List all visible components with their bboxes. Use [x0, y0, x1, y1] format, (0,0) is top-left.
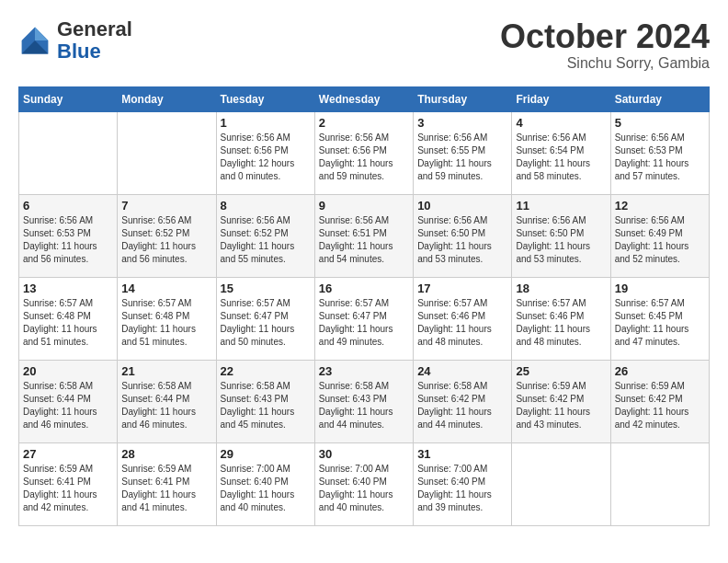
month-title: October 2024 — [500, 18, 710, 55]
day-number: 15 — [221, 282, 311, 295]
calendar-week-row: 20Sunrise: 6:58 AM Sunset: 6:44 PM Dayli… — [19, 360, 710, 442]
calendar-cell: 12Sunrise: 6:56 AM Sunset: 6:49 PM Dayli… — [610, 194, 709, 277]
logo-blue: Blue — [57, 40, 101, 63]
day-number: 18 — [516, 282, 606, 295]
day-info: Sunrise: 6:56 AM Sunset: 6:50 PM Dayligh… — [417, 214, 507, 266]
day-info: Sunrise: 6:58 AM Sunset: 6:43 PM Dayligh… — [221, 380, 311, 431]
day-number: 1 — [221, 116, 311, 130]
calendar-cell — [610, 442, 709, 525]
day-info: Sunrise: 6:58 AM Sunset: 6:44 PM Dayligh… — [23, 380, 113, 431]
day-info: Sunrise: 6:56 AM Sunset: 6:51 PM Dayligh… — [319, 214, 409, 266]
day-info: Sunrise: 6:56 AM Sunset: 6:52 PM Dayligh… — [121, 214, 211, 266]
day-number: 19 — [615, 282, 705, 295]
day-info: Sunrise: 6:56 AM Sunset: 6:56 PM Dayligh… — [221, 132, 311, 183]
calendar-cell: 15Sunrise: 6:57 AM Sunset: 6:47 PM Dayli… — [216, 277, 314, 360]
calendar-cell: 29Sunrise: 7:00 AM Sunset: 6:40 PM Dayli… — [216, 442, 314, 525]
day-info: Sunrise: 7:00 AM Sunset: 6:40 PM Dayligh… — [221, 463, 311, 514]
calendar-cell — [118, 111, 216, 194]
day-info: Sunrise: 6:58 AM Sunset: 6:44 PM Dayligh… — [121, 380, 211, 431]
day-info: Sunrise: 6:56 AM Sunset: 6:49 PM Dayligh… — [615, 214, 705, 266]
day-number: 4 — [516, 116, 606, 130]
day-info: Sunrise: 6:56 AM Sunset: 6:54 PM Dayligh… — [516, 132, 606, 183]
day-number: 13 — [23, 282, 113, 295]
calendar-cell: 27Sunrise: 6:59 AM Sunset: 6:41 PM Dayli… — [19, 442, 118, 525]
logo-icon — [18, 24, 51, 57]
day-number: 29 — [221, 447, 311, 461]
calendar-cell: 4Sunrise: 6:56 AM Sunset: 6:54 PM Daylig… — [512, 111, 610, 194]
logo-general: General — [57, 17, 132, 40]
day-info: Sunrise: 6:57 AM Sunset: 6:45 PM Dayligh… — [615, 297, 705, 349]
day-number: 28 — [121, 447, 211, 461]
calendar-cell: 3Sunrise: 6:56 AM Sunset: 6:55 PM Daylig… — [414, 111, 512, 194]
calendar-week-row: 13Sunrise: 6:57 AM Sunset: 6:48 PM Dayli… — [19, 277, 710, 360]
day-info: Sunrise: 7:00 AM Sunset: 6:40 PM Dayligh… — [417, 463, 507, 514]
weekday-header: Wednesday — [314, 86, 413, 111]
day-info: Sunrise: 7:00 AM Sunset: 6:40 PM Dayligh… — [319, 463, 409, 514]
calendar-cell: 23Sunrise: 6:58 AM Sunset: 6:43 PM Dayli… — [314, 360, 413, 442]
calendar-table: SundayMondayTuesdayWednesdayThursdayFrid… — [18, 86, 710, 526]
calendar-week-row: 6Sunrise: 6:56 AM Sunset: 6:53 PM Daylig… — [19, 194, 710, 277]
day-number: 31 — [417, 447, 507, 461]
weekday-header: Sunday — [19, 86, 118, 111]
calendar-cell: 7Sunrise: 6:56 AM Sunset: 6:52 PM Daylig… — [118, 194, 216, 277]
calendar-cell: 16Sunrise: 6:57 AM Sunset: 6:47 PM Dayli… — [314, 277, 413, 360]
day-number: 16 — [319, 282, 409, 295]
calendar-cell: 19Sunrise: 6:57 AM Sunset: 6:45 PM Dayli… — [610, 277, 709, 360]
weekday-header: Tuesday — [216, 86, 314, 111]
calendar-cell: 18Sunrise: 6:57 AM Sunset: 6:46 PM Dayli… — [512, 277, 610, 360]
day-info: Sunrise: 6:58 AM Sunset: 6:43 PM Dayligh… — [319, 380, 409, 431]
calendar-header: SundayMondayTuesdayWednesdayThursdayFrid… — [19, 86, 710, 111]
weekday-header: Thursday — [414, 86, 512, 111]
location-subtitle: Sinchu Sorry, Gambia — [500, 55, 710, 72]
calendar-cell: 31Sunrise: 7:00 AM Sunset: 6:40 PM Dayli… — [414, 442, 512, 525]
day-number: 22 — [221, 364, 311, 378]
calendar-cell: 30Sunrise: 7:00 AM Sunset: 6:40 PM Dayli… — [314, 442, 413, 525]
calendar-cell: 28Sunrise: 6:59 AM Sunset: 6:41 PM Dayli… — [118, 442, 216, 525]
calendar-cell — [512, 442, 610, 525]
day-number: 20 — [23, 364, 113, 378]
weekday-header: Friday — [512, 86, 610, 111]
day-info: Sunrise: 6:57 AM Sunset: 6:48 PM Dayligh… — [121, 297, 211, 349]
calendar-cell: 17Sunrise: 6:57 AM Sunset: 6:46 PM Dayli… — [414, 277, 512, 360]
day-number: 24 — [417, 364, 507, 378]
day-info: Sunrise: 6:56 AM Sunset: 6:50 PM Dayligh… — [516, 214, 606, 266]
day-info: Sunrise: 6:56 AM Sunset: 6:55 PM Dayligh… — [417, 132, 507, 183]
calendar-cell: 2Sunrise: 6:56 AM Sunset: 6:56 PM Daylig… — [314, 111, 413, 194]
calendar-cell: 20Sunrise: 6:58 AM Sunset: 6:44 PM Dayli… — [19, 360, 118, 442]
calendar-week-row: 1Sunrise: 6:56 AM Sunset: 6:56 PM Daylig… — [19, 111, 710, 194]
weekday-header: Saturday — [610, 86, 709, 111]
day-number: 23 — [319, 364, 409, 378]
calendar-cell: 11Sunrise: 6:56 AM Sunset: 6:50 PM Dayli… — [512, 194, 610, 277]
day-number: 2 — [319, 116, 409, 130]
calendar-cell: 10Sunrise: 6:56 AM Sunset: 6:50 PM Dayli… — [414, 194, 512, 277]
day-number: 21 — [121, 364, 211, 378]
calendar-cell: 21Sunrise: 6:58 AM Sunset: 6:44 PM Dayli… — [118, 360, 216, 442]
day-info: Sunrise: 6:57 AM Sunset: 6:47 PM Dayligh… — [319, 297, 409, 349]
day-info: Sunrise: 6:59 AM Sunset: 6:42 PM Dayligh… — [516, 380, 606, 431]
day-number: 27 — [23, 447, 113, 461]
weekday-header: Monday — [118, 86, 216, 111]
calendar-cell: 1Sunrise: 6:56 AM Sunset: 6:56 PM Daylig… — [216, 111, 314, 194]
day-info: Sunrise: 6:57 AM Sunset: 6:48 PM Dayligh… — [23, 297, 113, 349]
day-number: 11 — [516, 199, 606, 213]
calendar-cell: 24Sunrise: 6:58 AM Sunset: 6:42 PM Dayli… — [414, 360, 512, 442]
day-number: 8 — [221, 199, 311, 213]
logo: General Blue — [18, 18, 132, 63]
day-info: Sunrise: 6:59 AM Sunset: 6:42 PM Dayligh… — [615, 380, 705, 431]
day-info: Sunrise: 6:58 AM Sunset: 6:42 PM Dayligh… — [417, 380, 507, 431]
day-number: 14 — [121, 282, 211, 295]
day-number: 10 — [417, 199, 507, 213]
calendar-week-row: 27Sunrise: 6:59 AM Sunset: 6:41 PM Dayli… — [19, 442, 710, 525]
calendar-cell: 25Sunrise: 6:59 AM Sunset: 6:42 PM Dayli… — [512, 360, 610, 442]
day-info: Sunrise: 6:57 AM Sunset: 6:46 PM Dayligh… — [516, 297, 606, 349]
day-info: Sunrise: 6:59 AM Sunset: 6:41 PM Dayligh… — [23, 463, 113, 514]
calendar-cell: 5Sunrise: 6:56 AM Sunset: 6:53 PM Daylig… — [610, 111, 709, 194]
calendar-body: 1Sunrise: 6:56 AM Sunset: 6:56 PM Daylig… — [19, 111, 710, 525]
day-number: 6 — [23, 199, 113, 213]
calendar-cell: 8Sunrise: 6:56 AM Sunset: 6:52 PM Daylig… — [216, 194, 314, 277]
day-number: 25 — [516, 364, 606, 378]
day-number: 30 — [319, 447, 409, 461]
day-info: Sunrise: 6:57 AM Sunset: 6:47 PM Dayligh… — [221, 297, 311, 349]
calendar-cell — [19, 111, 118, 194]
calendar-cell: 22Sunrise: 6:58 AM Sunset: 6:43 PM Dayli… — [216, 360, 314, 442]
